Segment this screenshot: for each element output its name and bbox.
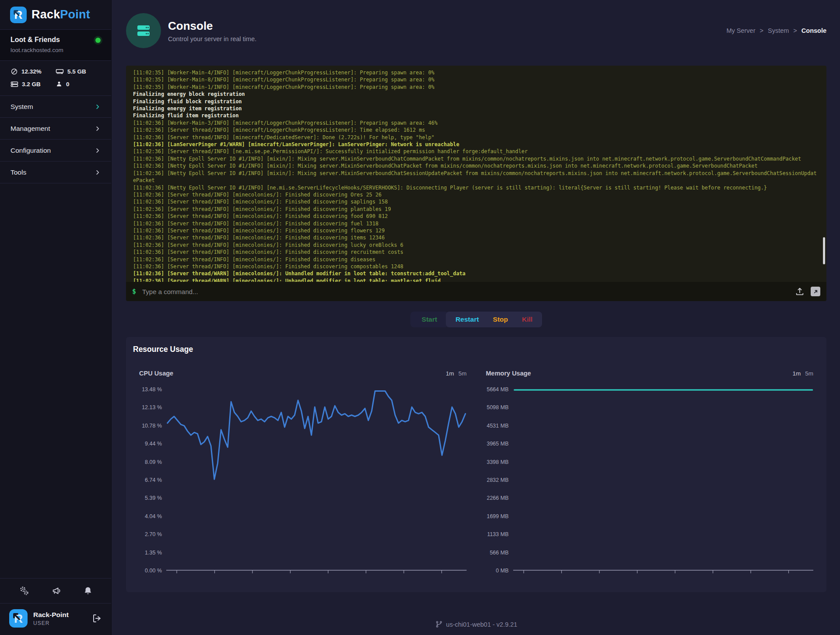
axis-tick-label: 4531 MB bbox=[486, 423, 509, 429]
console-line: Finalizing fluid block registration bbox=[133, 98, 819, 105]
sidebar: R RackPoint Loot & Friends loot.rackhost… bbox=[0, 0, 112, 635]
disk-icon bbox=[10, 81, 18, 88]
console-line: [11:02:36] [Server thread/INFO] [minecol… bbox=[133, 191, 819, 198]
axis-tick-label: 12.13 % bbox=[139, 404, 162, 410]
memory-plot bbox=[513, 386, 814, 575]
cpu-plot bbox=[166, 386, 467, 575]
stop-button[interactable]: Stop bbox=[486, 312, 515, 327]
console-line: [11:02:35] [Worker-Main-8/INFO] [minecra… bbox=[133, 76, 819, 83]
external-link-icon[interactable] bbox=[811, 287, 820, 296]
axis-tick-label: 1133 MB bbox=[486, 531, 509, 537]
console-line: [11:02:36] [Netty Epoll Server IO #1/INF… bbox=[133, 184, 819, 191]
axis-tick-label: 13.48 % bbox=[139, 386, 162, 393]
server-card[interactable]: Loot & Friends loot.rackhosted.com bbox=[0, 30, 111, 61]
axis-tick-label: 9.44 % bbox=[139, 441, 162, 447]
page-footer: us-chi01-web01 - v2.9.21 bbox=[126, 614, 826, 635]
sidebar-item-label: Management bbox=[10, 125, 50, 133]
brand-icon: R bbox=[10, 6, 27, 24]
axis-tick-label: 3398 MB bbox=[486, 459, 509, 465]
range-5m-button[interactable]: 5m bbox=[805, 370, 813, 377]
server-stat-value: 3.2 GB bbox=[22, 81, 41, 88]
server-stat: 12.32% bbox=[10, 68, 56, 75]
console-line: Finalizing energy item registration bbox=[133, 105, 819, 112]
start-button[interactable]: Start bbox=[415, 312, 444, 327]
command-prompt: $ bbox=[132, 288, 136, 295]
console-line: [11:02:36] [Server thread/WARN] [minecol… bbox=[133, 277, 819, 282]
console-line: Finalizing fluid item registration bbox=[133, 112, 819, 119]
server-name: Loot & Friends bbox=[10, 36, 101, 44]
breadcrumb: My Server>System>Console bbox=[726, 27, 826, 34]
chevron-right-icon bbox=[94, 104, 101, 110]
app-logo[interactable]: R RackPoint bbox=[0, 0, 111, 30]
console-line: [11:02:36] [Server thread/INFO] [minecra… bbox=[133, 126, 819, 133]
axis-tick-label: 2832 MB bbox=[486, 477, 509, 483]
axis-tick-label: 4.04 % bbox=[139, 513, 162, 519]
command-bar: $ bbox=[126, 282, 826, 301]
console-line: [11:02:36] [Server thread/INFO] [minecol… bbox=[133, 206, 819, 213]
megaphone-icon[interactable] bbox=[51, 586, 62, 596]
range-5m-button[interactable]: 5m bbox=[458, 370, 467, 377]
breadcrumb-separator: > bbox=[760, 27, 763, 34]
range-1m-button[interactable]: 1m bbox=[792, 370, 801, 377]
axis-tick-label: 3965 MB bbox=[486, 441, 509, 447]
memory-ytick-labels: 5664 MB5098 MB4531 MB3965 MB3398 MB2832 … bbox=[486, 386, 513, 574]
sidebar-item-label: Configuration bbox=[10, 147, 51, 154]
main-content: Console Control your server in real time… bbox=[112, 0, 840, 635]
user-role: USER bbox=[33, 620, 87, 626]
console-line: [11:02:36] [Server thread/INFO] [minecol… bbox=[133, 227, 819, 234]
command-input[interactable] bbox=[142, 288, 789, 295]
server-stat: 0 bbox=[56, 81, 101, 88]
sidebar-item-tools[interactable]: Tools bbox=[0, 161, 111, 183]
restart-button[interactable]: Restart bbox=[448, 312, 486, 327]
user-name: Rack-Point bbox=[33, 611, 87, 619]
console-line: [11:02:36] [Server thread/INFO] [ne.mi.s… bbox=[133, 148, 819, 155]
server-stat-value: 0 bbox=[66, 81, 70, 88]
memory-chart-title: Memory Usage bbox=[486, 370, 531, 377]
breadcrumb-item[interactable]: My Server bbox=[726, 27, 755, 34]
kill-button[interactable]: Kill bbox=[515, 312, 539, 327]
console-log[interactable]: [11:02:35] [Worker-Main-4/INFO] [minecra… bbox=[126, 66, 826, 282]
sidebar-item-system[interactable]: System bbox=[0, 96, 111, 118]
axis-tick-label: 2266 MB bbox=[486, 495, 509, 501]
server-stat-value: 12.32% bbox=[21, 68, 42, 75]
breadcrumb-item[interactable]: System bbox=[768, 27, 789, 34]
axis-tick-label: 0.00 % bbox=[139, 568, 162, 574]
page-title: Console bbox=[168, 19, 256, 33]
page-header: Console Control your server in real time… bbox=[126, 13, 826, 48]
axis-tick-label: 6.74 % bbox=[139, 477, 162, 483]
console-line: [11:02:36] [Server thread/INFO] [minecol… bbox=[133, 213, 819, 220]
console-scrollbar[interactable] bbox=[823, 237, 825, 264]
chevron-right-icon bbox=[94, 126, 101, 132]
cpu-icon bbox=[10, 68, 18, 75]
axis-tick-label: 8.09 % bbox=[139, 459, 162, 465]
chevron-right-icon bbox=[94, 169, 101, 175]
console-icon bbox=[126, 13, 161, 48]
sidebar-item-configuration[interactable]: Configuration bbox=[0, 140, 111, 161]
bell-icon[interactable] bbox=[83, 586, 93, 596]
axis-tick-label: 5098 MB bbox=[486, 404, 509, 410]
console-line: [11:02:35] [Worker-Main-4/INFO] [minecra… bbox=[133, 69, 819, 76]
server-status-dot bbox=[95, 38, 101, 43]
sidebar-item-label: Tools bbox=[10, 168, 26, 176]
gears-icon[interactable] bbox=[18, 586, 30, 596]
user-card[interactable]: R Rack-Point USER bbox=[0, 603, 111, 635]
memory-usage-chart: Memory Usage 1m 5m 5664 MB5098 MB4531 MB… bbox=[486, 370, 814, 575]
console-line: [11:02:35] [Worker-Main-1/INFO] [minecra… bbox=[133, 84, 819, 91]
axis-tick-label: 0 MB bbox=[486, 568, 509, 574]
sidebar-item-management[interactable]: Management bbox=[0, 118, 111, 140]
cpu-ytick-labels: 13.48 %12.13 %10.78 %9.44 %8.09 %6.74 %5… bbox=[139, 386, 166, 574]
server-stat: 3.2 GB bbox=[10, 81, 56, 88]
sidebar-menu: SystemManagementConfigurationTools bbox=[0, 96, 111, 183]
cpu-usage-chart: CPU Usage 1m 5m 13.48 %12.13 %10.78 %9.4… bbox=[139, 370, 467, 575]
upload-icon[interactable] bbox=[795, 287, 805, 296]
axis-tick-label: 5.39 % bbox=[139, 495, 162, 501]
range-1m-button[interactable]: 1m bbox=[446, 370, 454, 377]
axis-tick-label: 5664 MB bbox=[486, 386, 509, 393]
resource-usage-panel: Resource Usage CPU Usage 1m 5m 13.48 %12… bbox=[126, 337, 826, 592]
players-icon bbox=[56, 81, 63, 88]
logout-icon[interactable] bbox=[92, 613, 102, 624]
cpu-chart-title: CPU Usage bbox=[139, 370, 173, 377]
charts-row: CPU Usage 1m 5m 13.48 %12.13 %10.78 %9.4… bbox=[133, 370, 819, 575]
axis-tick-label: 2.70 % bbox=[139, 531, 162, 537]
console-line: [11:02:36] [Server thread/INFO] [minecol… bbox=[133, 242, 819, 249]
